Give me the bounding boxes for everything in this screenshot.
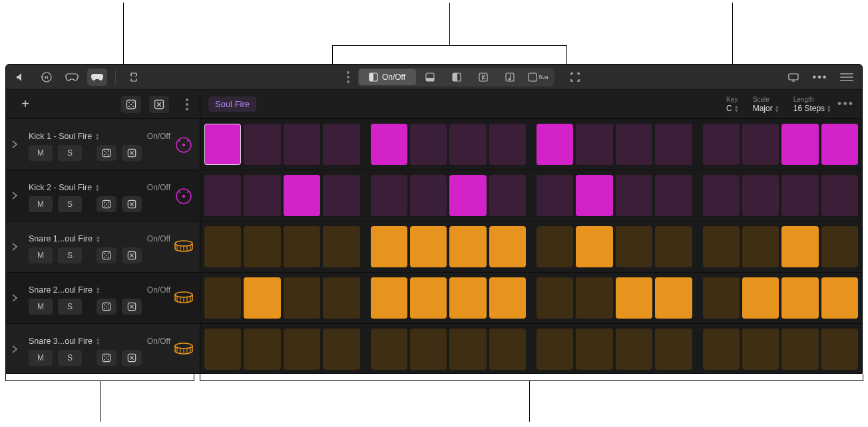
step-cell[interactable] (703, 226, 740, 267)
step-cell[interactable] (410, 277, 447, 319)
row-randomize-button[interactable] (97, 145, 116, 161)
key-selector[interactable]: Key C▴▾ (726, 96, 738, 113)
row-options-button[interactable] (181, 98, 193, 110)
step-cell[interactable] (655, 329, 692, 370)
step-cell[interactable] (323, 226, 359, 267)
volume-icon[interactable] (11, 69, 31, 86)
row-mode-label[interactable]: On/Off (147, 234, 170, 243)
scale-selector[interactable]: Scale Major▴▾ (753, 96, 779, 113)
step-cell[interactable] (244, 329, 280, 370)
step-cell[interactable] (284, 175, 320, 216)
stepper-icon[interactable]: ▴▾ (96, 184, 99, 192)
step-cell[interactable] (576, 226, 612, 267)
step-cell[interactable] (655, 175, 692, 216)
step-cell[interactable] (576, 277, 612, 319)
disclosure-chevron-icon[interactable] (11, 170, 29, 221)
step-cell[interactable] (410, 226, 447, 267)
step-cell[interactable] (537, 124, 573, 165)
step-cell[interactable] (323, 329, 359, 370)
step-cell[interactable] (449, 329, 486, 370)
row-clear-button[interactable] (122, 196, 142, 212)
mute-button[interactable]: M (29, 196, 53, 212)
mute-button[interactable]: M (29, 247, 53, 263)
step-cell[interactable] (742, 277, 779, 319)
step-cell[interactable] (821, 329, 858, 370)
step-cell[interactable] (284, 124, 320, 165)
step-cell[interactable] (410, 329, 447, 370)
step-cell[interactable] (537, 175, 573, 216)
step-cell[interactable] (489, 329, 526, 370)
step-cell[interactable] (410, 124, 447, 165)
step-cell[interactable] (742, 175, 779, 216)
row-randomize-button[interactable] (97, 196, 116, 212)
randomize-button[interactable] (121, 96, 141, 113)
step-cell[interactable] (410, 175, 447, 216)
stepper-icon[interactable]: ▴▾ (97, 235, 100, 243)
disclosure-chevron-icon[interactable] (11, 324, 29, 374)
octave-mode-button[interactable]: 8va (524, 69, 553, 85)
solo-button[interactable]: S (58, 299, 82, 315)
step-cell[interactable] (655, 226, 692, 267)
step-cell[interactable] (284, 226, 320, 267)
step-cell[interactable] (449, 277, 486, 319)
center-vdots-icon[interactable] (343, 69, 353, 86)
row-randomize-button[interactable] (97, 299, 116, 315)
step-cell[interactable] (821, 124, 858, 165)
step-cell[interactable] (323, 175, 359, 216)
step-cell[interactable] (821, 175, 858, 216)
step-cell[interactable] (781, 175, 818, 216)
step-cell[interactable] (616, 329, 652, 370)
disclosure-chevron-icon[interactable] (11, 221, 29, 272)
display-mode-icon[interactable] (783, 69, 803, 86)
add-row-button[interactable]: + (18, 96, 33, 112)
step-cell[interactable] (655, 277, 692, 319)
clear-button[interactable] (149, 96, 169, 113)
pattern-more-button[interactable]: ••• (837, 97, 854, 111)
step-cell[interactable] (244, 226, 280, 267)
step-cell[interactable] (742, 226, 779, 267)
step-cell[interactable] (244, 277, 280, 319)
step-cell[interactable] (537, 226, 573, 267)
step-cell[interactable] (204, 277, 241, 319)
step-cell[interactable] (742, 124, 779, 165)
step-cell[interactable] (371, 175, 407, 216)
step-cell[interactable] (703, 175, 740, 216)
row-randomize-button[interactable] (97, 247, 116, 263)
row-mode-label[interactable]: On/Off (147, 183, 170, 192)
controller-filled-icon[interactable] (87, 69, 107, 86)
step-cell[interactable] (616, 175, 652, 216)
step-cell[interactable] (537, 329, 573, 370)
step-cell[interactable] (821, 226, 858, 267)
more-dots-icon[interactable]: ••• (810, 69, 830, 86)
mute-button[interactable]: M (29, 145, 53, 161)
step-cell[interactable] (449, 226, 486, 267)
record-arm-icon[interactable]: R (37, 69, 57, 86)
step-cell[interactable] (284, 329, 320, 370)
step-cell[interactable] (371, 124, 407, 165)
step-cell[interactable] (781, 329, 818, 370)
row-mode-label[interactable]: On/Off (147, 337, 170, 346)
mute-button[interactable]: M (29, 299, 53, 315)
row-clear-button[interactable] (122, 299, 142, 315)
focus-mode-button[interactable] (565, 69, 585, 86)
step-cell[interactable] (742, 329, 779, 370)
step-cell[interactable] (449, 175, 486, 216)
step-cell[interactable] (576, 329, 612, 370)
step-cell[interactable] (703, 277, 740, 319)
step-cell[interactable] (489, 175, 526, 216)
mute-button[interactable]: M (29, 350, 53, 366)
row-clear-button[interactable] (122, 247, 142, 263)
row-mode-label[interactable]: On/Off (147, 285, 170, 295)
step-cell[interactable] (323, 124, 359, 165)
step-cell[interactable] (244, 175, 280, 216)
step-cell[interactable] (489, 277, 526, 319)
step-cell[interactable] (371, 277, 407, 319)
step-cell[interactable] (204, 175, 241, 216)
step-cell[interactable] (703, 329, 740, 370)
velocity-mode-button[interactable] (417, 69, 443, 85)
note-mode-button[interactable] (497, 69, 523, 85)
step-cell[interactable] (616, 226, 652, 267)
step-cell[interactable] (655, 124, 692, 165)
step-cell[interactable] (371, 226, 407, 267)
disclosure-chevron-icon[interactable] (11, 119, 29, 170)
